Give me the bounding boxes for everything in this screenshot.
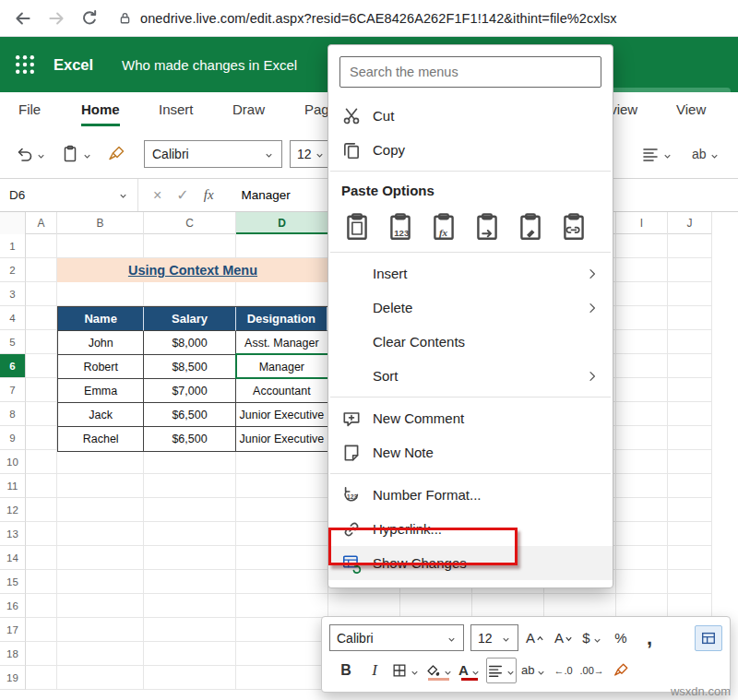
mini-font-size-select[interactable]: 12	[470, 624, 518, 651]
table-cell[interactable]: Accountant	[236, 379, 327, 403]
row-header-13[interactable]: 13	[0, 522, 26, 546]
col-header-d[interactable]: D	[236, 212, 328, 234]
row-header-17[interactable]: 17	[0, 618, 26, 642]
table-cell[interactable]: $7,000	[144, 379, 235, 403]
mini-font-name-select[interactable]: Calibri	[329, 624, 464, 651]
table-cell[interactable]: Asst. Manager	[236, 331, 327, 355]
merge-cells-button[interactable]	[695, 625, 722, 651]
table-cell[interactable]: Robert	[58, 355, 144, 379]
wrap-text-button[interactable]: ab	[692, 147, 720, 161]
data-table: NameSalaryDesignationJohn$8,000Asst. Man…	[57, 306, 328, 452]
row-header-14[interactable]: 14	[0, 546, 26, 570]
menu-item-new-note[interactable]: New Note	[328, 435, 613, 469]
table-cell[interactable]: Junior Executive	[236, 427, 327, 451]
paste-option-paste-link[interactable]	[556, 204, 593, 241]
row-header-10[interactable]: 10	[0, 450, 26, 474]
col-header-i[interactable]: I	[616, 212, 668, 234]
font-name-select[interactable]: Calibri	[144, 140, 282, 168]
name-box[interactable]: D6	[0, 179, 138, 211]
menu-item-delete[interactable]: Delete	[328, 291, 613, 325]
font-color-button[interactable]: A	[458, 658, 482, 683]
menu-item-number-format[interactable]: 123Number Format...	[328, 478, 613, 512]
increase-decimal-button[interactable]: .00→	[579, 658, 603, 683]
table-cell[interactable]: Emma	[58, 379, 144, 403]
address-bar[interactable]: onedrive.live.com/edit.aspx?resid=6CAE84…	[118, 11, 617, 26]
enter-icon[interactable]: ✓	[176, 186, 188, 204]
bold-button[interactable]: B	[334, 658, 358, 683]
cancel-icon[interactable]: ×	[153, 187, 161, 204]
row-header-8[interactable]: 8	[0, 402, 26, 426]
font-size-select[interactable]: 12	[290, 140, 332, 168]
row-header-18[interactable]: 18	[0, 642, 26, 666]
undo-button[interactable]	[15, 145, 46, 163]
paste-button[interactable]	[61, 145, 92, 163]
insert-function-icon[interactable]: fx	[204, 187, 214, 203]
borders-button[interactable]	[391, 658, 420, 683]
row-header-3[interactable]: 3	[0, 282, 26, 306]
row-header-5[interactable]: 5	[0, 330, 26, 354]
row-header-2[interactable]: 2	[0, 258, 26, 282]
shrink-font-button[interactable]: A	[552, 625, 576, 651]
back-icon[interactable]	[13, 8, 33, 29]
paste-option-paste[interactable]	[339, 204, 376, 241]
paste-option-paste-formulas[interactable]: fx	[426, 204, 463, 241]
menu-item-cut[interactable]: Cut	[328, 99, 613, 133]
menu-search-input[interactable]	[339, 56, 601, 88]
row-header-6[interactable]: 6	[0, 354, 26, 378]
col-header-a[interactable]: A	[26, 212, 57, 234]
percent-format-button[interactable]: %	[609, 625, 633, 651]
mini-format-painter-button[interactable]	[609, 658, 633, 683]
url-text[interactable]: onedrive.live.com/edit.aspx?resid=6CAE84…	[140, 11, 617, 26]
document-title[interactable]: Who made changes in Excel	[122, 57, 297, 73]
row-header-9[interactable]: 9	[0, 426, 26, 450]
tab-view[interactable]: View	[676, 101, 706, 124]
tab-draw[interactable]: Draw	[232, 101, 265, 124]
app-launcher-icon[interactable]	[13, 53, 37, 77]
table-cell[interactable]: Jack	[58, 403, 144, 427]
menu-item-insert[interactable]: Insert	[328, 256, 613, 291]
grow-font-button[interactable]: A	[523, 625, 547, 651]
fill-color-button[interactable]	[424, 658, 453, 683]
menu-item-clear-contents[interactable]: Clear Contents	[328, 325, 613, 359]
col-header-b[interactable]: B	[57, 212, 144, 234]
italic-button[interactable]: I	[363, 658, 387, 683]
table-cell[interactable]: $6,500	[144, 403, 235, 427]
paste-option-paste-values[interactable]: 123	[383, 204, 420, 241]
comma-format-button[interactable]: ,	[637, 625, 661, 651]
table-cell[interactable]: $6,500	[144, 427, 235, 451]
mini-alignment-button[interactable]	[486, 658, 517, 683]
row-header-16[interactable]: 16	[0, 594, 26, 618]
row-header-11[interactable]: 11	[0, 474, 26, 498]
decrease-decimal-button[interactable]: ←.0	[551, 658, 575, 683]
chevron-down-icon	[662, 148, 673, 159]
tab-file[interactable]: File	[18, 101, 41, 124]
tab-home[interactable]: Home	[81, 101, 120, 126]
select-all-corner[interactable]	[0, 212, 26, 234]
formula-bar-value[interactable]: Manager	[242, 188, 291, 202]
table-cell[interactable]: Rachel	[58, 427, 144, 451]
menu-item-new-comment[interactable]: New Comment	[328, 401, 613, 435]
table-cell[interactable]: John	[58, 331, 144, 355]
paste-option-paste-formatting[interactable]	[513, 204, 550, 241]
row-header-7[interactable]: 7	[0, 378, 26, 402]
alignment-button[interactable]	[641, 145, 673, 163]
format-painter-button[interactable]	[107, 145, 125, 163]
row-header-12[interactable]: 12	[0, 498, 26, 522]
paste-option-paste-transpose[interactable]	[470, 204, 506, 241]
menu-item-sort[interactable]: Sort	[328, 359, 613, 393]
row-header-15[interactable]: 15	[0, 570, 26, 594]
table-cell[interactable]: Junior Executive	[236, 403, 327, 427]
row-header-19[interactable]: 19	[0, 666, 26, 690]
col-header-c[interactable]: C	[144, 212, 236, 234]
menu-item-copy[interactable]: Copy	[328, 133, 613, 167]
table-cell[interactable]: $8,500	[144, 355, 235, 379]
tab-insert[interactable]: Insert	[159, 101, 194, 124]
currency-format-button[interactable]: $	[580, 625, 604, 651]
app-name[interactable]: Excel	[54, 56, 93, 74]
table-cell[interactable]: $8,000	[144, 331, 235, 355]
row-header-1[interactable]: 1	[0, 234, 26, 258]
col-header-j[interactable]: J	[668, 212, 712, 234]
refresh-icon[interactable]	[79, 8, 100, 29]
mini-wrap-text-button[interactable]: ab	[521, 658, 546, 683]
row-header-4[interactable]: 4	[0, 306, 26, 330]
